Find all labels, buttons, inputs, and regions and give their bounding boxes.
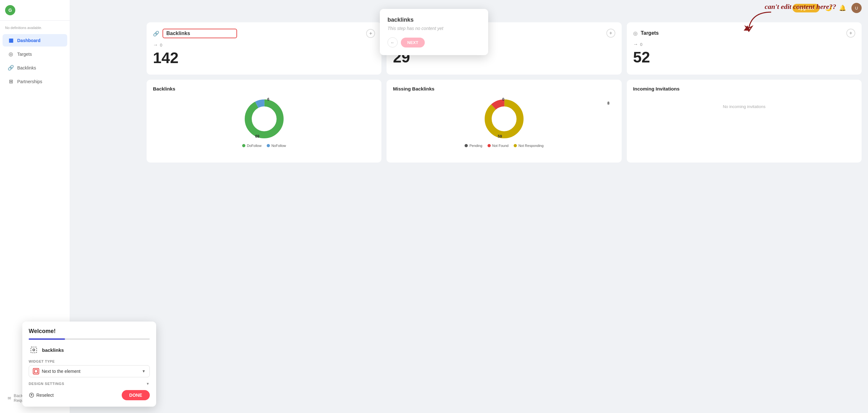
sidebar-item-partnerships[interactable]: ⊞ Partnerships — [3, 75, 67, 88]
sidebar-item-backlinks[interactable]: 🔗 Backlinks — [3, 62, 67, 74]
tooltip-title: backlinks — [388, 17, 480, 23]
backlinks-card-header: 🔗 + — [153, 29, 375, 38]
donut-label-59: 59 — [498, 134, 502, 139]
donut-label-8: 8 — [607, 101, 610, 105]
sidebar-logo: G — [0, 5, 70, 21]
design-settings-label: DESIGN SETTINGS — [29, 382, 64, 386]
reselect-button[interactable]: Reselect — [29, 392, 54, 398]
svg-rect-6 — [31, 347, 37, 353]
targets-arrow-value: 0 — [640, 42, 642, 47]
upgrade-button[interactable]: Upgrade — [793, 4, 819, 12]
backlinks-donut-svg — [242, 97, 286, 141]
donut-label-0: 0 — [502, 97, 504, 102]
widget-type-value: Next to the element — [42, 369, 80, 374]
done-button[interactable]: DONE — [122, 390, 150, 400]
not-responding-dot — [514, 144, 517, 147]
widget-type-select-left: Next to the element — [33, 368, 80, 375]
incoming-invitations-card: Incoming Invitations No incoming invitat… — [627, 80, 862, 162]
dashboard-icon: ▦ — [8, 37, 14, 43]
donut-label-6: 6 — [267, 97, 270, 102]
nofollow-dot — [267, 144, 270, 147]
backlinks-title-input[interactable] — [162, 29, 237, 38]
svg-point-4 — [488, 103, 520, 135]
partnerships-icon: ⊞ — [8, 78, 14, 85]
missing-donut-wrapper: 0 8 59 — [393, 97, 615, 141]
backlinks-arrow: → 0 — [153, 42, 375, 48]
main-content: 🔗 + → 0 142 + → 0 — [140, 16, 868, 413]
targets-title-wrapper: ◎ Targets — [633, 30, 659, 36]
welcome-progress-bar — [29, 339, 150, 340]
tooltip-back-button[interactable]: ← — [388, 37, 398, 47]
legend-nofollow: NoFollow — [267, 144, 286, 148]
not-found-label: Not Found — [492, 144, 508, 148]
missing-backlinks-card: Missing Backlinks 0 8 59 — [386, 80, 621, 162]
dofollow-label: DoFollow — [247, 144, 261, 148]
missing-legend: Pending Not Found Not Responding — [393, 144, 615, 148]
backlinks-add-button[interactable]: + — [366, 29, 375, 38]
not-found-dot — [488, 144, 491, 147]
pending-dot — [465, 144, 468, 147]
top-cards-grid: 🔗 + → 0 142 + → 0 — [147, 22, 862, 74]
targets-add-button[interactable]: + — [846, 29, 855, 38]
logo-icon: G — [5, 5, 15, 15]
legend-not-found: Not Found — [488, 144, 508, 148]
widget-type-label: Widget type — [29, 359, 150, 363]
widget-type-icon — [33, 368, 39, 375]
svg-point-1 — [248, 103, 280, 135]
dofollow-dot — [242, 144, 245, 147]
sidebar-item-label: Partnerships — [17, 79, 42, 84]
dark-mode-button[interactable]: 🌙 — [824, 3, 834, 13]
backlinks-donut-wrapper: 6 69 — [153, 97, 375, 141]
legend-pending: Pending — [465, 144, 482, 148]
targets-card-header: ◎ Targets + — [633, 29, 855, 38]
targets-icon: ◎ — [8, 51, 14, 57]
widget-item-icon — [29, 345, 39, 355]
backlinks-card: 🔗 + → 0 142 — [147, 22, 381, 74]
targets-number: 52 — [633, 50, 855, 65]
backlink-requests-icon: ✉ — [8, 396, 11, 401]
sidebar-item-targets[interactable]: ◎ Targets — [3, 48, 67, 60]
legend-not-responding: Not Responding — [514, 144, 544, 148]
svg-point-7 — [33, 349, 35, 351]
backlinks-card-icon: 🔗 — [153, 31, 159, 37]
backlinks-chart-title: Backlinks — [153, 86, 375, 91]
backlinks-chart-card: Backlinks 6 69 Do — [147, 80, 381, 162]
welcome-title: Welcome! — [29, 328, 150, 335]
tooltip-next-button[interactable]: NEXT — [401, 38, 425, 47]
card-title-wrapper: 🔗 — [153, 29, 237, 38]
tooltip-popup: backlinks This step has no content yet ←… — [380, 9, 488, 55]
reselect-label: Reselect — [36, 392, 54, 398]
design-settings-toggle[interactable]: DESIGN SETTINGS ▼ — [29, 382, 150, 386]
chart-cards-grid: Backlinks 6 69 Do — [147, 80, 862, 162]
not-responding-label: Not Responding — [519, 144, 544, 148]
arrow-right-icon: → — [153, 42, 158, 48]
nofollow-label: NoFollow — [272, 144, 286, 148]
incoming-invitations-title: Incoming Invitations — [633, 86, 855, 91]
sidebar-item-label: Targets — [17, 52, 32, 57]
targets-card-title: Targets — [641, 30, 659, 36]
targets-card-icon: ◎ — [633, 30, 638, 36]
no-invitations-text: No incoming invitations — [633, 104, 855, 109]
svg-rect-8 — [34, 370, 38, 373]
missing-donut-svg — [482, 97, 526, 141]
notifications-button[interactable]: 🔔 — [837, 3, 847, 13]
tooltip-footer: ← NEXT — [388, 37, 480, 47]
widget-item-name: backlinks — [42, 347, 64, 353]
chevron-down-icon: ▼ — [142, 369, 146, 374]
tooltip-content: This step has no content yet — [388, 26, 480, 31]
arrow-right-icon3: → — [633, 41, 638, 47]
pending-label: Pending — [469, 144, 482, 148]
widget-type-select[interactable]: Next to the element ▼ — [29, 365, 150, 377]
card2-add-button[interactable]: + — [607, 29, 615, 38]
avatar[interactable]: U — [851, 3, 862, 13]
welcome-progress-fill — [29, 339, 65, 340]
welcome-footer: Reselect DONE — [29, 390, 150, 400]
design-settings-chevron: ▼ — [146, 382, 150, 386]
backlinks-arrow-value: 0 — [160, 43, 162, 47]
backlinks-icon: 🔗 — [8, 65, 14, 71]
targets-arrow: → 0 — [633, 41, 855, 47]
legend-dofollow: DoFollow — [242, 144, 261, 148]
missing-backlinks-title: Missing Backlinks — [393, 86, 615, 91]
sidebar-item-dashboard[interactable]: ▦ Dashboard — [3, 34, 67, 46]
sidebar-item-label: Backlinks — [17, 65, 36, 70]
